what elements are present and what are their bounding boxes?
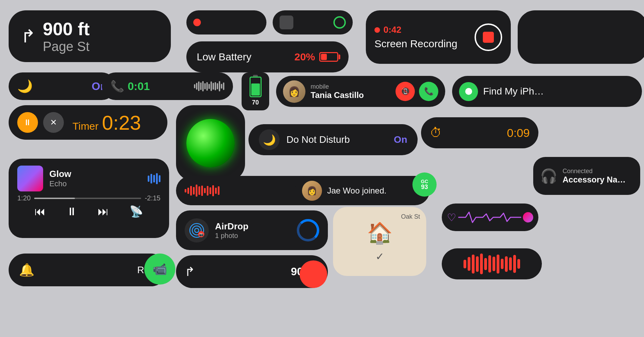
time-elapsed: 1:20 xyxy=(17,194,31,202)
play-pause-button[interactable]: ⏸ xyxy=(66,205,77,218)
nav-small-arrow: ↱ xyxy=(185,265,195,279)
airdrop-left: 📷 AirDrop 1 photo xyxy=(185,218,248,242)
health-waveform xyxy=(459,210,521,224)
recording-time: 0:42 xyxy=(374,24,457,35)
heart-icon: ♡ xyxy=(447,211,456,224)
timer-close-button[interactable]: ✕ xyxy=(43,112,64,133)
moon-circle-icon: 🌙 xyxy=(259,129,280,150)
airdrop-title: AirDrop xyxy=(215,221,248,232)
timer-small-countdown: 0:09 xyxy=(507,126,530,140)
battery-right: 20% xyxy=(294,51,338,63)
home-check-icon: ✓ xyxy=(375,250,384,262)
music-controls: ⏮ ⏸ ⏭ 📡 xyxy=(17,205,160,218)
dnd-title: Do Not Disturb xyxy=(286,134,350,145)
wave-bottom-pill xyxy=(442,248,542,279)
svg-text:📷: 📷 xyxy=(199,232,204,237)
health-dot xyxy=(523,212,533,222)
red-dot-icon xyxy=(193,19,201,26)
airdrop-svg: 📷 xyxy=(188,222,205,239)
answer-call-button[interactable]: 📞 xyxy=(419,82,438,101)
airdrop-icon: 📷 xyxy=(185,218,209,242)
bottom-waveform xyxy=(464,254,520,274)
facetime-button[interactable]: 📹 xyxy=(144,254,175,285)
accessory-pill: 🎧 Connected Accessory Na… xyxy=(533,157,640,195)
caller-info: mobile Tania Castillo xyxy=(311,83,396,100)
music-title: Glow xyxy=(49,169,148,179)
battery-percent: 20% xyxy=(294,51,315,63)
timer-icon: ⏱ xyxy=(430,126,442,140)
home-street: Oak St xyxy=(401,213,420,220)
battery-widget: 70 xyxy=(242,72,269,110)
battery-label: Low Battery xyxy=(197,51,251,63)
music-top: Glow Echo xyxy=(17,166,160,191)
music-pill[interactable]: Glow Echo 1:20 -2:15 ⏮ ⏸ ⏭ 📡 xyxy=(9,159,169,238)
airdrop-subtitle: 1 photo xyxy=(215,232,248,240)
findmy-pill[interactable]: Find My iPh… xyxy=(452,76,642,107)
stop-icon xyxy=(483,32,494,43)
navigation-pill: ↱ 900 ft Page St xyxy=(9,10,171,62)
call-time-display: 📞 0:01 xyxy=(110,80,150,93)
svg-point-2 xyxy=(195,228,199,232)
jae-joined-pill: 👩 Jae Woo joined. xyxy=(295,176,430,205)
time-remaining: -2:15 xyxy=(145,194,160,202)
recording-dot xyxy=(374,27,380,33)
timer-display: Timer 0:23 xyxy=(72,111,141,134)
bell-icon: 🔔 xyxy=(19,263,35,277)
findmy-label: Find My iPh… xyxy=(483,86,544,97)
screen-recording-pill[interactable]: 0:42 Screen Recording xyxy=(366,10,511,64)
album-art xyxy=(17,166,43,191)
music-progress: 1:20 -2:15 xyxy=(17,194,160,202)
battery-icon xyxy=(319,52,338,62)
call-large-pill[interactable]: 👩 mobile Tania Castillo 📵 📞 xyxy=(276,76,445,107)
recording-title: Screen Recording xyxy=(374,38,457,50)
nav-distance: 900 ft xyxy=(43,19,90,39)
timer-pill[interactable]: ⏸ ✕ Timer 0:23 xyxy=(9,105,167,140)
gc-number: 93 xyxy=(421,184,428,190)
jae-avatar: 👩 xyxy=(302,181,322,201)
airdrop-info: AirDrop 1 photo xyxy=(215,221,248,240)
timer-pause-button[interactable]: ⏸ xyxy=(17,112,38,133)
timer-small-pill[interactable]: ⏱ 0:09 xyxy=(421,117,538,148)
phone-icon: 📞 xyxy=(110,80,124,93)
jae-joined-text: Jae Woo joined. xyxy=(327,186,387,196)
dnd-small-pill[interactable]: 🌙 On xyxy=(9,72,116,100)
battery-level: 70 xyxy=(252,99,259,106)
dnd-large-pill[interactable]: 🌙 Do Not Disturb On xyxy=(248,124,418,155)
fast-forward-button[interactable]: ⏭ xyxy=(98,205,109,218)
airplay-button[interactable]: 📡 xyxy=(129,205,143,218)
home-icon: 🏠 xyxy=(367,221,393,245)
battery-graphic xyxy=(250,77,262,97)
caller-name: Tania Castillo xyxy=(311,90,396,100)
findmy-icon xyxy=(459,82,478,101)
battery-pill: Low Battery 20% xyxy=(186,41,349,72)
bell-ring-pill[interactable]: 🔔 Ring xyxy=(9,254,167,286)
gc-badge: GC 93 xyxy=(412,172,437,197)
nav-arrow-icon: ↱ xyxy=(21,26,36,47)
rewind-button[interactable]: ⏮ xyxy=(35,205,46,218)
moon-icon: 🌙 xyxy=(17,79,33,93)
caller-type: mobile xyxy=(311,83,396,90)
home-pill[interactable]: Oak St 🏠 ✓ xyxy=(333,207,426,276)
airpods-icon: 🎧 xyxy=(540,168,557,184)
call-small-pill[interactable]: 📞 0:01 xyxy=(102,72,233,100)
call-buttons: 📵 📞 xyxy=(396,82,438,101)
stop-recording-button[interactable] xyxy=(475,23,502,51)
accessory-info: Connected Accessory Na… xyxy=(563,168,626,185)
call-waveform xyxy=(194,80,224,92)
health-pill: ♡ xyxy=(442,204,538,231)
gc-letters: GC xyxy=(421,179,428,184)
dnd-status: On xyxy=(394,134,407,145)
toggle-green-pill[interactable] xyxy=(273,10,353,34)
findmy-dot xyxy=(465,88,472,95)
green-orb xyxy=(186,119,235,167)
progress-bar[interactable] xyxy=(34,198,141,199)
partial-right-pill xyxy=(518,10,644,64)
nav-info: 900 ft Page St xyxy=(43,19,90,54)
timer-countdown: 0:23 xyxy=(102,111,141,134)
toggle-red-pill[interactable] xyxy=(186,10,266,34)
airdrop-pill[interactable]: 📷 AirDrop 1 photo xyxy=(176,210,328,250)
music-waveform xyxy=(148,173,160,184)
end-call-button[interactable]: 📵 xyxy=(396,82,415,101)
accessory-label: Connected xyxy=(563,168,626,175)
recording-dot-bottom[interactable] xyxy=(300,260,327,288)
